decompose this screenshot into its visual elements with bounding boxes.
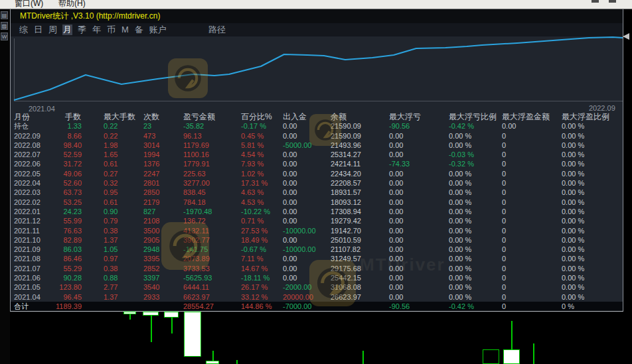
cell-4: 144.86 % [241,302,272,311]
path-button[interactable]: 路径 [208,25,226,35]
toolbar-tab-M[interactable]: M [121,25,129,35]
cell-10: 0.00 % [562,292,584,302]
toolbar-tab-周[interactable]: 周 [48,25,57,35]
toolbar-tab-账户[interactable]: 账户 [149,25,167,35]
cell-7: 0.00 [389,150,403,159]
toolbar-tab-备[interactable]: 备 [135,25,143,35]
candle-body [503,349,520,364]
row-label: 2022.02 [14,198,40,207]
table-total-row[interactable]: 合计1189.3928554.27144.86 %-7000.00-90.56-… [11,302,623,311]
cell-8: -0.03 % [449,150,474,159]
table-row-2022.03[interactable]: 2022.0363.730.952850838.454.63 %0.001893… [11,188,623,197]
table-row-2022.05[interactable]: 2022.0549.060.272247225.631.02 %0.002243… [11,169,623,178]
cell-1: 0.61 [104,198,118,207]
cell-5: -10000.00 [283,245,316,254]
table-row-2022.02[interactable]: 2022.0253.250.612179784.184.53 %0.001809… [11,198,623,207]
table-row-2021.04[interactable]: 2021.0496.451.3729336623.9733.12 %20000.… [11,292,623,302]
cell-0: 76.63 [63,226,82,235]
cell-5: 0.00 [283,178,297,188]
side-tool-icon-0[interactable]: ▤ [1,11,8,19]
table-row-2021.07[interactable]: 2021.0755.290.3828523733.5314.67 %0.0029… [11,264,623,273]
column-header-5: 百分比% [241,112,272,121]
cell-4: 14.67 % [241,264,268,273]
cell-2: 2179 [143,198,159,207]
cell-10: 0.00 % [562,169,584,178]
cell-9: 0 [502,226,506,235]
table-row-2021.05[interactable]: 2021.05123.802.7735406444.1126.17 %-2000… [11,282,623,292]
cell-7: -74.33 [389,159,410,168]
cell-10: 0.00 % [562,159,584,168]
cell-3: 136.72 [183,216,206,225]
cell-2: 23 [143,121,151,131]
toolbar-tab-年[interactable]: 年 [92,25,101,35]
cell-3: 1100.16 [183,150,209,159]
menu-help[interactable]: 帮助(H) [58,0,86,9]
cell-1: 1.37 [104,292,118,302]
cell-1: 2.77 [104,282,118,292]
toolbar-tab-日[interactable]: 日 [34,25,42,35]
cell-0: 55.29 [63,264,82,273]
table-row-2021.12[interactable]: 2021.1255.990.792108136.720.71 %0.001927… [11,216,623,225]
candle-wick [533,343,534,364]
cell-7: 0.00 [389,254,403,263]
cell-8: -0.32 % [449,159,474,168]
cell-9: 0 [502,292,506,302]
cell-3: 1779.91 [183,159,210,168]
cell-4: -0.67 % [241,245,266,254]
table-row-2021.08[interactable]: 2021.0886.460.9733952073.897.11 %0.00312… [11,254,623,263]
cell-8: 0.00 % [449,245,471,254]
cell-2: 2247 [143,169,159,178]
side-tool-icon-1[interactable]: ▨ [1,22,8,30]
cell-9: 0 [502,169,506,178]
toolbar-tab-综[interactable]: 综 [19,25,28,35]
equity-curve-chart [11,36,623,105]
candle-wick [511,321,513,349]
table-row-2022.01[interactable]: 2022.0124.230.90827-1970.48-10.22 %0.001… [11,207,623,216]
cell-5: 0.00 [283,264,297,273]
toolbar-tab-季[interactable]: 季 [78,25,86,35]
cell-2: 3395 [143,254,159,263]
cell-0: 8.66 [68,131,82,141]
side-tool-icon-2[interactable]: W [1,32,8,40]
cell-4: -18.11 % [241,273,270,282]
table-row-2022.06[interactable]: 2022.0631.720.6113761779.917.93 %0.00242… [11,159,623,168]
cell-10: 0.00 % [562,207,584,216]
cell-7: 0.00 [389,131,403,141]
cell-5: 0.00 [283,235,297,245]
left-toolbar-strip: ▤▨W [0,9,10,364]
cell-8: -0.42 % [449,302,474,311]
cell-5: -2000.00 [283,282,311,292]
toolbar-tab-币[interactable]: 币 [107,25,116,35]
toolbar-tab-月[interactable]: 月 [62,25,72,35]
table-row-2021.09[interactable]: 2021.0986.031.052948-141.75-0.67 %-10000… [11,245,623,254]
cell-0: 52.59 [63,150,82,159]
row-label: 2021.09 [14,245,40,254]
cell-9: 0 [502,273,506,282]
table-row-2021.06[interactable]: 2021.0690.280.883397-5625.93-18.11 %0.00… [11,273,623,282]
candle-wick [236,360,238,364]
candle-wick [171,318,173,334]
cell-4: 4.54 % [241,150,264,159]
table-row-2021.10[interactable]: 2021.1082.891.3729053902.7718.49 %0.0025… [11,235,623,245]
cell-1: 0.90 [104,207,118,216]
cell-6: 21493.96 [331,141,361,150]
cell-7: -90.56 [389,121,410,131]
cell-6: 22208.57 [331,178,361,188]
cell-6: 19142.70 [331,226,361,235]
cell-5: 0.00 [283,216,297,225]
cell-8: 0.00 % [449,188,471,197]
row-label: 2022.09 [14,131,40,141]
menu-window[interactable]: 窗口(W) [15,0,43,9]
table-row-2021.11[interactable]: 2021.1176.630.3835004132.1127.53 %-10000… [11,226,623,235]
row-label: 合计 [14,302,29,311]
cell-3: 3277.00 [183,178,210,188]
table-row-2022.08[interactable]: 2022.0898.401.9830141179.695.81 %-5000.0… [11,141,623,150]
panel-title-bar[interactable]: MTDriver统计 ,V3.10 (http://mtdriver.cn) [11,9,623,23]
table-row-2022.09[interactable]: 2022.098.660.2247396.130.45 %0.0021590.0… [11,131,623,141]
table-row-2022.04[interactable]: 2022.0452.600.3228013277.0017.31 %0.0022… [11,178,623,188]
table-row-持仓[interactable]: 持仓1.330.2223-35.82-0.17 %0.0021590.09-90… [11,121,623,131]
toolbar-items: 综日周月季年币M备账户 [19,25,167,35]
table-row-2022.07[interactable]: 2022.0752.591.6519941100.164.54 %0.00253… [11,150,623,159]
cell-1: 0.22 [104,121,118,131]
column-header-3: 次数 [143,112,159,121]
